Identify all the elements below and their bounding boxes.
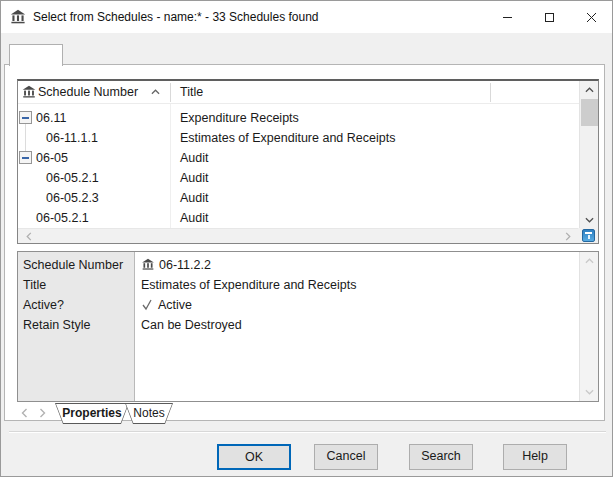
column-header-title[interactable]: Title [180,81,203,103]
property-value: 06-11.2.2 [141,255,211,275]
property-label: Active? [23,295,131,315]
property-row[interactable]: Title Estimates of Expenditure and Recei… [18,275,598,295]
tab-label: Properties [55,403,129,423]
properties-panel: Schedule Number 06-11.2.2 Title Estimate… [17,251,599,402]
title-cell: Audit [180,148,209,168]
bottom-tab-strip: Properties Notes [17,403,599,425]
title-cell: Audit [180,188,209,208]
sort-ascending-icon [151,89,160,95]
schedule-list: Schedule Number Title 06.11 Expenditure … [17,79,599,244]
properties-scrollbar[interactable] [579,252,598,401]
search-button[interactable]: Search [409,444,473,470]
scrollbar-thumb[interactable] [581,99,598,126]
title-cell: Audit [180,208,209,228]
schedule-list-header: Schedule Number Title [18,81,598,104]
table-row[interactable]: 06.11 Expenditure Receipts [18,108,558,128]
title-bar: Select from Schedules - name:* - 33 Sche… [1,1,612,33]
table-row[interactable]: 06-05.2.3 Audit [18,188,558,208]
property-row[interactable]: Active? Active [18,295,598,315]
title-cell: Expenditure Receipts [180,108,299,128]
property-value-text: 06-11.2.2 [159,258,211,272]
table-row[interactable]: 06-05.2.1 Audit [18,208,558,228]
help-button[interactable]: Help [503,444,567,470]
window-title: Select from Schedules - name:* - 33 Sche… [33,1,319,33]
table-row[interactable]: 06-05.2.1 Audit [18,168,558,188]
bank-icon [10,9,26,25]
schedule-number-cell: 06-05.2.3 [46,188,99,208]
select-from-schedules-dialog: Select from Schedules - name:* - 33 Sche… [0,0,613,477]
table-row[interactable]: 06-11.1.1 Estimates of Expenditure and R… [18,128,558,148]
column-options-button[interactable] [582,229,595,242]
results-tab[interactable] [9,44,63,66]
scroll-down-icon[interactable] [580,212,599,228]
collapse-toggle-icon[interactable] [19,111,32,124]
check-icon [141,299,153,311]
scroll-down-icon[interactable] [580,384,598,400]
close-icon [586,12,597,23]
scroll-up-icon[interactable] [580,82,599,98]
schedule-number-cell: 06-05.2.1 [46,168,99,188]
property-value-text: Active [158,298,192,312]
footer-separator [9,431,606,433]
tab-properties[interactable]: Properties [55,403,129,424]
horizontal-scrollbar[interactable] [18,228,579,243]
scroll-right-icon[interactable] [560,229,576,243]
bank-icon [22,85,36,99]
bank-icon [141,258,155,271]
tab-scroll-right-icon[interactable] [39,407,51,419]
schedule-number-cell: 06-05.2.1 [36,208,89,228]
table-row[interactable]: 06-05 Audit [18,148,558,168]
property-row[interactable]: Schedule Number 06-11.2.2 [18,255,598,275]
maximize-button[interactable] [528,1,570,33]
property-value-text: Can be Destroyed [141,315,242,335]
schedule-number-cell: 06.11 [36,108,66,128]
minimize-button[interactable] [486,1,528,33]
property-value: Active [141,295,192,315]
ok-button[interactable]: OK [217,444,291,470]
close-button[interactable] [570,1,612,33]
scroll-left-icon[interactable] [21,229,37,243]
scrollbar-corner [578,228,598,243]
scroll-up-icon[interactable] [580,253,598,269]
vertical-scrollbar[interactable] [579,81,598,229]
column-divider[interactable] [490,83,491,102]
collapse-toggle-icon[interactable] [19,151,32,164]
schedule-number-cell: 06-05 [36,148,68,168]
title-cell: Audit [180,168,209,188]
schedule-number-cell: 06-11.1.1 [46,128,98,148]
maximize-icon [544,12,555,23]
property-row[interactable]: Retain Style Can be Destroyed [18,315,598,335]
cancel-button[interactable]: Cancel [314,444,378,470]
column-header-schedule-number[interactable]: Schedule Number [38,81,138,103]
tab-notes[interactable]: Notes [125,403,173,424]
minimize-icon [502,12,513,23]
property-label: Title [23,275,131,295]
property-label: Retain Style [23,315,131,335]
property-value-text: Estimates of Expenditure and Receipts [141,275,356,295]
title-cell: Estimates of Expenditure and Receipts [180,128,395,148]
tab-scroll-left-icon[interactable] [21,407,33,419]
property-label: Schedule Number [23,255,131,275]
column-divider[interactable] [170,83,171,102]
tab-label: Notes [125,403,173,423]
